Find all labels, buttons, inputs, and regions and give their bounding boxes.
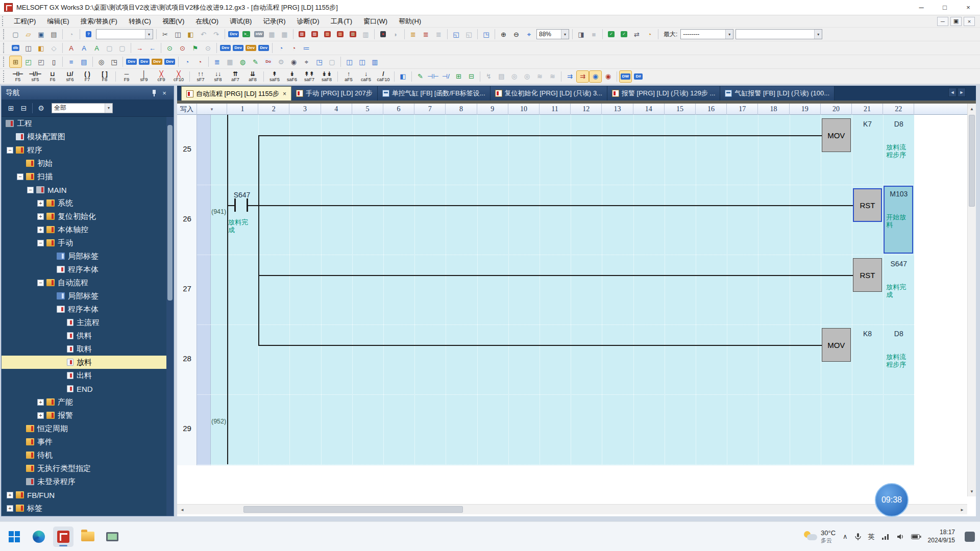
collapse-icon[interactable]: −: [37, 240, 44, 246]
operand-label[interactable]: K7: [852, 120, 883, 128]
statement-orange-button[interactable]: ≣: [407, 29, 419, 40]
microphone-icon[interactable]: [854, 533, 862, 541]
tree-item-自动流程[interactable]: −自动流程: [2, 276, 174, 289]
menu-item-0[interactable]: 工程(P): [8, 15, 41, 27]
menu-item-10[interactable]: 窗口(W): [358, 15, 393, 27]
module-gray2-button[interactable]: ▦: [279, 29, 290, 40]
do-output-button[interactable]: Do: [262, 56, 274, 67]
edit-contact-close-button[interactable]: ⊣/: [440, 71, 452, 82]
outline-grid-button[interactable]: ▤: [78, 56, 90, 67]
scroll-down-icon[interactable]: ▼: [968, 487, 976, 495]
find-gray2-button[interactable]: ◎: [521, 71, 533, 82]
jump-next-button[interactable]: →: [134, 42, 145, 54]
write-mode-cell[interactable]: 写入: [177, 104, 197, 115]
collapse-icon[interactable]: −: [7, 147, 13, 154]
ladder-symbol-caF10-button[interactable]: /caF10: [375, 69, 392, 83]
tree-item-主流程[interactable]: 主流程: [2, 316, 174, 329]
find-gray1-button[interactable]: ◎: [508, 71, 520, 82]
program-check-gray-button[interactable]: ▦: [224, 56, 236, 67]
instruction-box-MOV[interactable]: MOV: [822, 328, 851, 362]
tab-1[interactable]: 自动流程 [PRG] [LD] 1155步×: [181, 86, 291, 101]
ladder-symbol-saF5-button[interactable]: ↟saF5: [266, 69, 283, 83]
ladder-symbol-sF5-button[interactable]: ⊣/⊢sF5: [27, 69, 44, 83]
plc-gray-button[interactable]: ▥: [360, 29, 372, 40]
device-comment-list-button[interactable]: Dev: [138, 56, 150, 67]
minimize-button[interactable]: ─: [910, 0, 933, 15]
plc-run-button[interactable]: ▥: [347, 29, 359, 40]
tree-item-标签[interactable]: +标签: [2, 502, 174, 515]
menu-item-8[interactable]: 诊断(D): [291, 15, 325, 27]
monitor-settings-button[interactable]: ◨: [575, 29, 587, 40]
vscroll-thumb[interactable]: [969, 115, 975, 207]
ladder-symbol-saF6-button[interactable]: ↡saF6: [284, 69, 301, 83]
tray-expand-icon[interactable]: ∧: [843, 533, 848, 540]
help-button[interactable]: ?: [83, 29, 94, 40]
tab-4[interactable]: 复位初始化 [PRG] [LD] (只读) 3...: [491, 86, 607, 101]
outline-list-button[interactable]: ≡: [65, 56, 77, 67]
menu-item-1[interactable]: 编辑(E): [41, 15, 75, 27]
check-all-button[interactable]: ✓: [618, 29, 630, 40]
vertical-scrollbar[interactable]: ▲ ▼: [967, 104, 976, 496]
menu-item-5[interactable]: 在线(O): [190, 15, 224, 27]
expand-icon[interactable]: +: [7, 505, 13, 512]
network-icon[interactable]: [881, 533, 890, 540]
ladder-grid[interactable]: 25MOVK7D8放料流程步序26(941)S647放料完成RSTM103开始放…: [177, 115, 967, 465]
gx-works3-taskbar-icon[interactable]: [53, 527, 74, 547]
jump-prev-button[interactable]: ←: [146, 42, 158, 54]
operand-label[interactable]: S647: [883, 260, 914, 268]
tree-item-软元件[interactable]: −软元件: [2, 515, 174, 516]
ladder-symbol-cF9-button[interactable]: ╳cF9: [153, 69, 170, 83]
close-button[interactable]: ×: [957, 0, 980, 15]
expand-icon[interactable]: +: [37, 200, 44, 207]
nav-scrollbar[interactable]: [166, 117, 174, 516]
watch-register2-button[interactable]: ◉: [602, 71, 614, 82]
list-gray-button[interactable]: ▤: [496, 71, 507, 82]
edit-coil-button[interactable]: ✎: [414, 71, 426, 82]
revision-button[interactable]: ◔: [65, 29, 77, 40]
expand-icon[interactable]: +: [37, 399, 44, 406]
zoom-fit-button[interactable]: ⌖: [523, 29, 535, 40]
device-watch-find-button[interactable]: DW: [620, 71, 631, 82]
device-batch-button[interactable]: Dev: [245, 42, 257, 54]
find-in-window-button[interactable]: ◳: [108, 56, 120, 67]
redo-button[interactable]: ↷: [210, 29, 222, 40]
device-comment-button[interactable]: Dev: [219, 42, 231, 54]
module-gray1-button[interactable]: ▦: [266, 29, 278, 40]
new-project-button[interactable]: ▢: [10, 29, 21, 40]
ladder-symbol-sF8-button[interactable]: ↓↓sF8: [210, 69, 227, 83]
element-select-button[interactable]: ≔: [301, 42, 312, 54]
window-search-button[interactable]: ◳: [313, 56, 325, 67]
nav-settings-button[interactable]: ⚙: [35, 103, 47, 114]
device-table-button[interactable]: Dev: [258, 42, 270, 54]
hscroll-thumb[interactable]: [243, 506, 463, 513]
operand-label[interactable]: D8: [883, 120, 914, 128]
rung-number-29[interactable]: 29: [177, 424, 197, 433]
max-value-combo-dropdown-icon[interactable]: ▾: [725, 30, 733, 39]
tab-close-icon[interactable]: ×: [283, 90, 286, 97]
tree-item-FB/FUN[interactable]: +FB/FUN: [2, 488, 174, 502]
save-project-button[interactable]: ▣: [35, 29, 47, 40]
menu-item-9[interactable]: 工具(T): [325, 15, 358, 27]
instruction-box-RST[interactable]: RST: [853, 188, 882, 222]
bookmark-button[interactable]: ⚑: [189, 42, 201, 54]
nav-filter-combo[interactable]: 全部▾: [52, 103, 113, 113]
remote-app-icon[interactable]: [102, 527, 122, 547]
maximize-button[interactable]: □: [933, 0, 957, 15]
collapse-icon[interactable]: −: [27, 187, 34, 193]
insert-row-button[interactable]: ⊞: [453, 71, 464, 82]
device-list-button[interactable]: Dev: [232, 42, 244, 54]
trace-gray-button[interactable]: ◗: [390, 29, 402, 40]
max-value-combo[interactable]: --------▾: [680, 29, 733, 39]
horizontal-scrollbar[interactable]: ◄ ►: [177, 504, 967, 514]
nav-filter-combo-dropdown-icon[interactable]: ▾: [105, 104, 112, 113]
scroll-up-icon[interactable]: ▲: [968, 105, 976, 113]
ladder-symbol-F6-button[interactable]: ⊔F6: [44, 69, 61, 83]
operand-label[interactable]: K8: [852, 330, 883, 338]
scroll-left-icon[interactable]: ◄: [178, 506, 186, 514]
update-wheel-button[interactable]: ◉: [288, 56, 300, 67]
file-explorer-icon[interactable]: [78, 527, 98, 547]
ladder-symbol-F9-button[interactable]: ─F9: [118, 69, 135, 83]
menu-item-3[interactable]: 转换(C): [123, 15, 157, 27]
clock-monitor-button[interactable]: ◔: [275, 42, 287, 54]
filter-gray1-button[interactable]: ≋: [534, 71, 546, 82]
